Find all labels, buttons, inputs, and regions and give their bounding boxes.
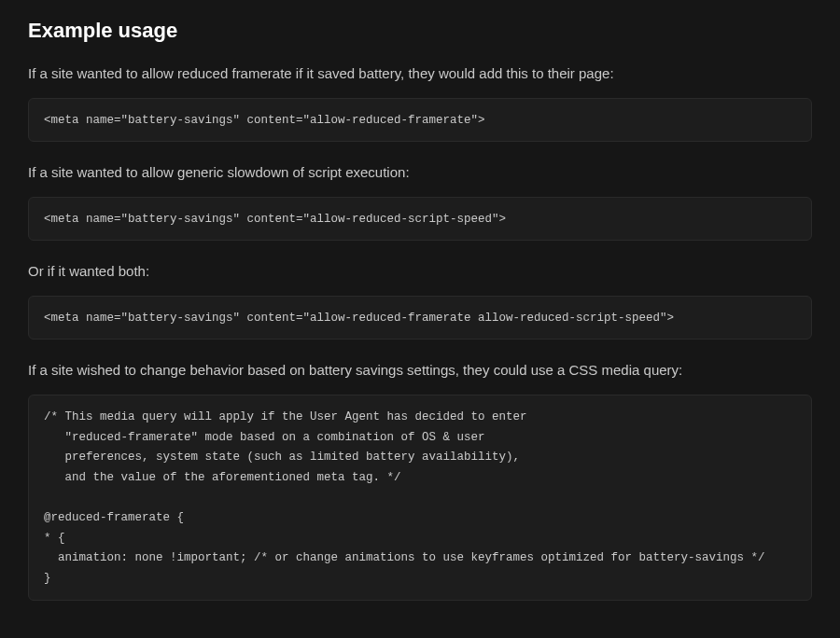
code-block-2: <meta name="battery-savings" content="al… <box>28 197 812 242</box>
code-content-2: <meta name="battery-savings" content="al… <box>44 213 506 226</box>
paragraph-2: If a site wanted to allow generic slowdo… <box>28 162 812 184</box>
paragraph-1: If a site wanted to allow reduced framer… <box>28 63 812 85</box>
code-block-1: <meta name="battery-savings" content="al… <box>28 98 812 143</box>
code-content-1: <meta name="battery-savings" content="al… <box>44 114 485 127</box>
code-block-3: <meta name="battery-savings" content="al… <box>28 296 812 340</box>
section-heading: Example usage <box>28 19 812 43</box>
paragraph-3: Or if it wanted both: <box>28 261 812 283</box>
code-content-4: /* This media query will apply if the Us… <box>44 410 765 585</box>
code-block-4: /* This media query will apply if the Us… <box>28 395 812 601</box>
paragraph-4: If a site wished to change behavior base… <box>28 360 812 381</box>
code-content-3: <meta name="battery-savings" content="al… <box>44 312 674 325</box>
